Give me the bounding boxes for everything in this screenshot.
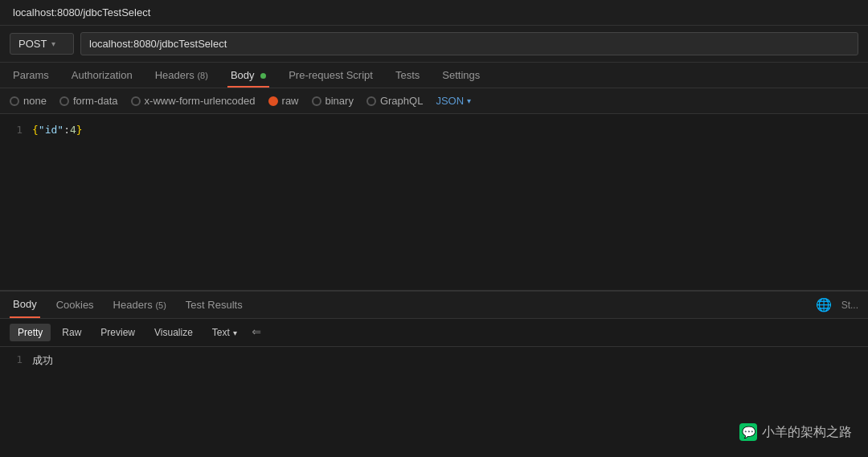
text-format-select[interactable]: Text ▾ xyxy=(207,324,242,341)
body-options: none form-data x-www-form-urlencoded raw… xyxy=(0,88,868,114)
response-tab-headers[interactable]: Headers (5) xyxy=(110,292,170,317)
pretty-button[interactable]: Pretty xyxy=(10,324,51,341)
response-line-number-1: 1 xyxy=(0,353,32,365)
response-content-1: 成功 xyxy=(32,353,53,368)
response-tab-test-results[interactable]: Test Results xyxy=(182,292,246,317)
option-urlencoded[interactable]: x-www-form-urlencoded xyxy=(131,95,256,107)
json-format-select[interactable]: JSON ▾ xyxy=(436,95,471,107)
tab-pre-request[interactable]: Pre-request Script xyxy=(285,63,376,88)
option-form-data[interactable]: form-data xyxy=(59,95,118,107)
method-select[interactable]: POST ▾ xyxy=(10,33,74,55)
method-chevron: ▾ xyxy=(51,39,55,48)
raw-button[interactable]: Raw xyxy=(54,324,89,341)
response-tab-body[interactable]: Body xyxy=(10,292,40,318)
response-tab-cookies[interactable]: Cookies xyxy=(53,292,97,317)
method-label: POST xyxy=(18,38,47,50)
radio-none xyxy=(10,96,19,106)
tab-tests[interactable]: Tests xyxy=(392,63,423,88)
code-editor[interactable]: 1 {"id":4} xyxy=(0,114,868,291)
radio-binary xyxy=(312,96,321,106)
title-bar: localhost:8080/jdbcTestSelect xyxy=(0,0,868,26)
option-graphql[interactable]: GraphQL xyxy=(366,95,423,107)
option-raw[interactable]: raw xyxy=(268,95,299,107)
line-number-1: 1 xyxy=(0,124,32,136)
watermark: 💬 小羊的架构之路 xyxy=(739,423,852,441)
editor-line-1: 1 {"id":4} xyxy=(0,122,868,137)
line-content-1: {"id":4} xyxy=(32,124,83,136)
bottom-tab-right: 🌐 St... xyxy=(816,297,858,312)
tab-params[interactable]: Params xyxy=(10,63,52,88)
tab-settings[interactable]: Settings xyxy=(439,63,483,88)
request-tabs: Params Authorization Headers (8) Body Pr… xyxy=(0,63,868,88)
wechat-icon: 💬 xyxy=(739,423,757,441)
option-binary[interactable]: binary xyxy=(312,95,354,107)
response-line-1: 1 成功 xyxy=(0,352,868,369)
preview-button[interactable]: Preview xyxy=(92,324,143,341)
status-text: St... xyxy=(841,300,858,311)
visualize-button[interactable]: Visualize xyxy=(146,324,201,341)
globe-icon: 🌐 xyxy=(816,297,832,312)
response-tabs: Body Cookies Headers (5) Test Results 🌐 … xyxy=(0,292,868,319)
radio-form-data xyxy=(59,96,69,106)
response-panel: Body Cookies Headers (5) Test Results 🌐 … xyxy=(0,291,868,419)
url-input[interactable] xyxy=(80,32,858,55)
radio-raw xyxy=(268,96,278,106)
response-area: 1 成功 xyxy=(0,347,868,374)
option-none[interactable]: none xyxy=(10,95,47,107)
title-text: localhost:8080/jdbcTestSelect xyxy=(13,6,150,18)
body-active-dot xyxy=(260,73,266,79)
radio-urlencoded xyxy=(131,96,141,106)
tab-authorization[interactable]: Authorization xyxy=(68,63,136,88)
tab-body[interactable]: Body xyxy=(227,63,269,88)
format-row: Pretty Raw Preview Visualize Text ▾ ⇒ xyxy=(0,319,868,347)
radio-graphql xyxy=(366,96,376,106)
url-bar: POST ▾ xyxy=(0,26,868,63)
tab-headers[interactable]: Headers (8) xyxy=(152,63,211,88)
watermark-text: 小羊的架构之路 xyxy=(762,424,852,441)
wrap-button[interactable]: ⇒ xyxy=(252,326,261,339)
